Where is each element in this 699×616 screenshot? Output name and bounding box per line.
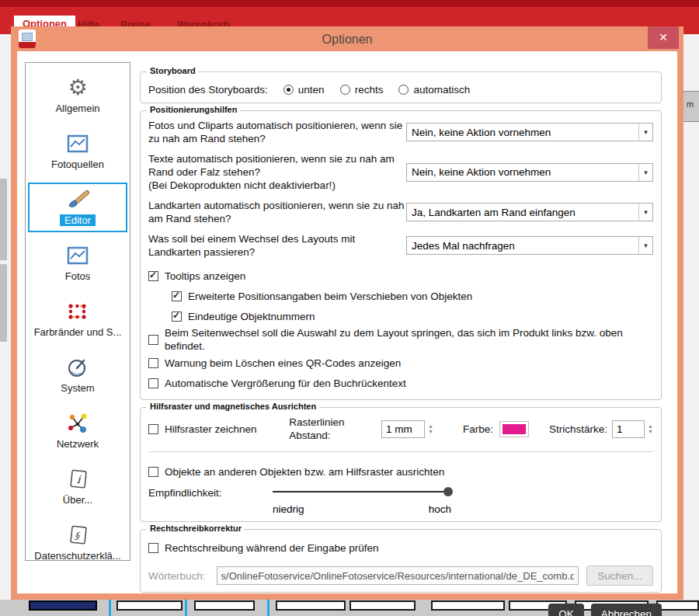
sidebar-item-system[interactable]: System <box>28 350 127 400</box>
checkbox-box[interactable]: ✓ <box>172 291 182 301</box>
paintbrush-icon <box>65 187 90 212</box>
close-icon[interactable]: ✕ <box>648 26 679 49</box>
color-swatch[interactable] <box>499 421 529 437</box>
dropdown-value: Ja, Landkarten am Rand einfangen <box>407 207 638 218</box>
checkbox-rechtschreibung[interactable]: ✓ Rechtschreibung während der Eingabe pr… <box>148 538 653 558</box>
checkbox-label: Automatische Vergrößerung für den Buchrü… <box>165 377 406 390</box>
checkbox-tooltips[interactable]: ✓ Tooltips anzeigen <box>148 266 653 286</box>
question-note: (Bei Dekoprodukten nicht deaktivierbar!) <box>148 179 336 191</box>
page-thumbnail[interactable] <box>29 600 97 611</box>
checkbox-buchruecken-vergroesserung[interactable]: ✓ Automatische Vergrößerung für den Buch… <box>148 373 653 393</box>
rasterlinien-abstand-label: Rasterlinien Abstand: <box>289 416 377 442</box>
page-separator <box>109 600 111 616</box>
checkbox-label: Eindeutige Objektnummern <box>188 310 315 323</box>
ruler-strip: m <box>683 91 699 122</box>
radio-rechts[interactable]: rechts <box>340 83 384 96</box>
chevron-down-icon[interactable]: ▾ <box>638 237 652 254</box>
spinner-value[interactable]: 1 mm <box>381 420 425 438</box>
checkbox-box[interactable]: ✓ <box>148 378 158 388</box>
sidebar-item-datenschutz[interactable]: § Datenschutzerklä... <box>28 518 127 568</box>
checkbox-box[interactable]: ✓ <box>148 467 158 477</box>
fotos-cliparts-dropdown[interactable]: Nein, keine Aktion vornehmen ▾ <box>406 123 653 141</box>
dropdown-value: Nein, keine Aktion vornehmen <box>407 166 638 178</box>
strichstaerke-spinner[interactable]: 1 ▲▼ <box>612 420 653 438</box>
dropdown-value: Nein, keine Aktion vornehmen <box>407 127 638 138</box>
radio-automatisch[interactable]: automatisch <box>398 83 470 96</box>
checkbox-box[interactable]: ✓ <box>148 335 158 345</box>
sidebar-item-fotos[interactable]: Fotos <box>28 238 127 288</box>
gear-icon: ⚙ <box>68 75 87 100</box>
gauge-icon <box>67 355 89 380</box>
slider-thumb[interactable] <box>443 487 453 496</box>
chevron-down-icon[interactable]: ▾ <box>638 124 652 141</box>
sidebar-item-netzwerk[interactable]: Netzwerk <box>28 406 127 456</box>
menubar-top-stripe <box>0 0 699 7</box>
sidebar-item-fotoquellen[interactable]: Fotoquellen <box>28 127 127 176</box>
checkbox-label: Tooltips anzeigen <box>165 270 245 283</box>
checkbox-erweiterte-positionsangaben[interactable]: ✓ Erweiterte Positionsangaben beim Versc… <box>172 286 653 306</box>
sidebar-item-label: System <box>61 382 94 394</box>
left-panel-block <box>0 264 7 342</box>
sidebar-item-allgemein[interactable]: ⚙ Allgemein <box>28 71 127 120</box>
section-divider <box>148 451 653 452</box>
info-icon: i <box>66 467 89 492</box>
checkbox-box[interactable]: ✓ <box>148 358 158 368</box>
ok-button[interactable]: OK <box>548 604 584 616</box>
chevron-down-icon[interactable]: ▾ <box>638 204 652 221</box>
left-panel-block <box>0 179 7 260</box>
checkbox-hilfsraster[interactable]: ✓ Hilfsraster zeichnen <box>148 419 289 439</box>
sidebar-item-editor[interactable]: Editor <box>28 183 127 232</box>
sidebar-item-label: Farbränder und S... <box>34 326 122 338</box>
checkbox-label: Rechtschreibung während der Eingabe prüf… <box>165 541 378 555</box>
slider-track[interactable] <box>273 491 451 492</box>
texte-dropdown[interactable]: Nein, keine Aktion vornehmen ▾ <box>406 163 653 182</box>
section-legend: Hilfsraster und magnetisches Ausrichten <box>147 402 319 411</box>
selection-handles-icon <box>67 299 89 324</box>
suchen-button[interactable]: Suchen... <box>586 566 653 586</box>
checkbox-seitenwechsel[interactable]: ✓ Beim Seitenwechsel soll die Auswahl zu… <box>148 326 653 353</box>
dialog-content: ⚙ Allgemein Fotoquellen <box>17 51 677 593</box>
dialog-title: Optionen <box>11 26 683 51</box>
checkbox-box[interactable]: ✓ <box>148 424 158 434</box>
spinner-value[interactable]: 1 <box>612 420 645 438</box>
abstand-spinner[interactable]: 1 mm ▲▼ <box>381 420 433 438</box>
checkbox-objektnummern[interactable]: ✓ Eindeutige Objektnummern <box>172 306 653 326</box>
checkbox-box[interactable]: ✓ <box>148 543 158 553</box>
spinner-arrows-icon[interactable]: ▲▼ <box>428 423 433 434</box>
chevron-down-icon[interactable]: ▾ <box>638 164 652 181</box>
question-label: Was soll bei einem Wechsel des Layouts m… <box>148 232 406 259</box>
sensitivity-slider[interactable] <box>273 486 451 497</box>
sidebar-item-label: Über... <box>63 494 92 506</box>
question-label: Texte automatisch positionieren, wenn si… <box>148 152 406 192</box>
checkbox-box[interactable]: ✓ <box>172 311 182 322</box>
page-thumbnail[interactable] <box>656 600 699 611</box>
woerterbuch-path-input[interactable] <box>217 566 579 585</box>
sidebar-item-label: Editor <box>60 214 96 226</box>
options-main-panel: Storyboard Position des Storyboards: unt… <box>140 71 662 616</box>
sidebar-item-label: Allgemein <box>55 103 99 114</box>
checkbox-box[interactable]: ✓ <box>148 271 158 281</box>
storyboard-position-label: Position des Storyboards: <box>148 83 268 96</box>
radio-label: unten <box>298 83 325 96</box>
sidebar-item-ueber[interactable]: i Über... <box>28 462 127 512</box>
landkarten-dropdown[interactable]: Ja, Landkarten am Rand einfangen ▾ <box>406 203 653 221</box>
checkbox-qr-warnung[interactable]: ✓ Warnung beim Löschen eines QR-Codes an… <box>148 353 653 373</box>
question-label: Fotos und Cliparts automatisch positioni… <box>148 119 406 145</box>
radio-unten[interactable]: unten <box>283 83 325 96</box>
image-icon <box>67 243 89 268</box>
radio-circle[interactable] <box>283 85 294 95</box>
abbrechen-button[interactable]: Abbrechen <box>591 604 662 616</box>
checkbox-label: Erweiterte Positionsangaben beim Verschi… <box>188 290 472 303</box>
spinner-arrows-icon[interactable]: ▲▼ <box>648 423 653 434</box>
paragraph-icon: § <box>66 523 89 548</box>
section-rechtschreibkorrektur: Rechtschreibkorrektur ✓ Rechtschreibung … <box>140 529 662 593</box>
sidebar-item-farbraender[interactable]: Farbränder und S... <box>28 294 127 344</box>
layoutwechsel-dropdown[interactable]: Jedes Mal nachfragen ▾ <box>406 236 653 255</box>
radio-circle[interactable] <box>398 85 409 95</box>
sidebar-item-label: Datenschutzerklä... <box>34 550 120 562</box>
woerterbuch-label: Wörterbuch: <box>148 570 206 582</box>
farbe-label: Farbe: <box>463 423 493 436</box>
checkbox-objekte-ausrichten[interactable]: ✓ Objekte an anderen Objekten bzw. am Hi… <box>148 461 653 482</box>
radio-circle[interactable] <box>340 85 350 95</box>
network-icon <box>66 411 89 436</box>
